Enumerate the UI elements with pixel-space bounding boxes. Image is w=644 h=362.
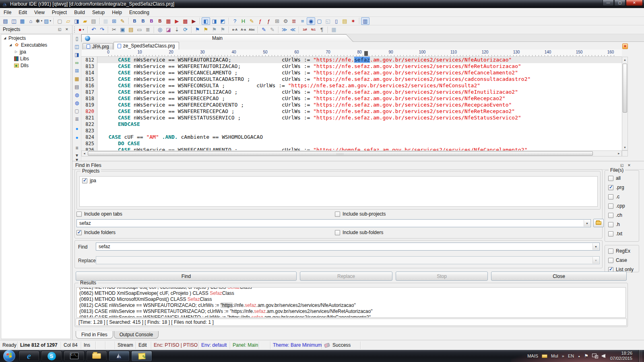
dock-float-icon[interactable]: ◱ [57, 27, 62, 32]
toolbar-grip[interactable] [74, 27, 76, 33]
globe-2-icon[interactable]: ◍ [73, 99, 80, 107]
rebuild-icon[interactable]: ▩ [181, 17, 190, 25]
layout-1-icon[interactable]: ◧ [202, 17, 210, 25]
bookmark-1-icon[interactable]: ⚑ [193, 26, 202, 33]
minimize-button[interactable]: — [603, 0, 614, 6]
list-icon[interactable]: ≡ [298, 17, 307, 25]
file-tab-ze_SpedSefazClass.prg[interactable]: ze_SpedSefazClass.prg [114, 42, 179, 49]
find-input[interactable]: sefaz ▼ [96, 243, 600, 251]
include-open-tabs-checkbox[interactable]: Include open tabs [76, 211, 122, 217]
maximize-button[interactable]: ▢ [614, 0, 625, 6]
browse-folder-button[interactable] [593, 219, 604, 227]
copy-icon[interactable]: ▣ [118, 26, 127, 33]
uncomment-icon[interactable]: ✎ [268, 26, 277, 33]
column-select-icon[interactable]: ▭ [135, 26, 144, 33]
list-icon[interactable]: ≣ [73, 115, 80, 123]
to-number-icon[interactable]: 1⇄ [301, 26, 309, 33]
print-icon[interactable]: ▤ [89, 17, 98, 25]
project-window-icon[interactable]: ▦ [18, 17, 27, 25]
uppercase-icon[interactable]: a·A [231, 26, 239, 33]
layout-2-icon[interactable]: ◨ [210, 17, 219, 25]
tree-item-jpa[interactable]: ▷jpa [1, 48, 70, 55]
taskbar-harbour-button[interactable] [109, 351, 130, 362]
function-info-icon[interactable]: ƒ [264, 17, 273, 25]
main-tab[interactable]: Main [81, 34, 353, 42]
table-icon[interactable]: ⊞ [73, 67, 80, 74]
panel-tab-output-console[interactable]: Output Console [114, 331, 159, 339]
build-io-1-icon[interactable]: B [130, 17, 139, 25]
scroll-right-icon[interactable]: ► [616, 151, 621, 156]
filetype-check-cpp[interactable]: .cpp [608, 203, 638, 209]
save-project-icon[interactable]: ◫ [10, 17, 18, 25]
compile-run-icon[interactable]: ▶ [173, 17, 181, 25]
box-icon[interactable]: ▢ [73, 107, 80, 115]
clock[interactable]: 18:26 07/02/2015 [610, 351, 632, 361]
taskbar-explorer-button[interactable] [86, 351, 107, 362]
grid-icon[interactable]: ▦ [101, 17, 110, 25]
sphere-1-icon[interactable]: ● [73, 125, 80, 132]
redo-icon[interactable]: ↷ [98, 26, 106, 33]
bookmark-4-icon[interactable]: ⚑ [219, 26, 227, 33]
scroll-down-icon[interactable]: ▼ [622, 145, 627, 150]
window-2-icon[interactable]: ◱ [324, 17, 332, 25]
chevron-down-icon[interactable]: ▼ [584, 220, 590, 226]
properties-icon[interactable]: ⊞ [273, 17, 281, 25]
taskbar-skype-button[interactable]: S [41, 351, 62, 362]
bookmark-2-icon[interactable]: ⚑ [202, 26, 210, 33]
document-icon[interactable]: ▯ [332, 17, 341, 25]
scroll-up-icon[interactable]: ▲ [622, 57, 627, 62]
new-file-icon[interactable]: ▢ [56, 17, 64, 25]
checkbox[interactable] [335, 212, 340, 217]
grid-view-icon[interactable]: ▦ [330, 26, 338, 33]
link-icon[interactable]: ∞ [73, 59, 80, 66]
compile-icon[interactable]: ▦ [164, 17, 173, 25]
close-button[interactable]: ✕ [626, 0, 643, 6]
sort-icon[interactable]: ≣ [290, 17, 298, 25]
invert-case-icon[interactable]: Abc [248, 26, 256, 33]
checkbox[interactable] [335, 230, 340, 235]
launch-icon[interactable]: ✱▼ [35, 17, 43, 25]
checkbox[interactable] [608, 204, 613, 209]
indent-icon[interactable]: ≫ [280, 26, 289, 33]
filetype-check-all[interactable]: all [608, 175, 638, 181]
include-sub-folders-checkbox[interactable]: Include sub-folders [335, 230, 383, 235]
filetype-check-h[interactable]: .h [608, 222, 638, 227]
settings-gear-icon[interactable]: ⚙ [281, 17, 290, 25]
file-tab-JPA.prg[interactable]: JPA.prg [83, 43, 113, 49]
checkbox[interactable] [608, 185, 613, 190]
menu-icon[interactable]: ≡ [73, 144, 80, 152]
tray-folder-icon[interactable] [542, 354, 547, 358]
folder-combo[interactable]: sefaz ▼ [76, 219, 591, 227]
project-checklist[interactable]: jpa [79, 176, 598, 207]
debug-icon[interactable]: ✶ [349, 17, 357, 25]
calendar-icon[interactable]: ▦ [73, 75, 80, 82]
cut-icon[interactable]: ✂ [110, 26, 118, 33]
menu-item-edit[interactable]: Edit [15, 8, 31, 16]
hscroll-thumb[interactable]: ∷∷∷ [88, 151, 593, 156]
results-list[interactable]: (0622) METHOD XmlSoapPost( cUF, cCertifi… [76, 287, 626, 318]
start-button[interactable] [3, 350, 15, 362]
find-button[interactable]: Find [76, 272, 297, 281]
result-row[interactable]: (0691) METHOD MicrosoftXmlSoapPost() CLA… [79, 296, 625, 302]
checkbox[interactable] [82, 178, 87, 183]
split-view-icon[interactable]: ◫ [73, 43, 80, 50]
include-folders-checkbox[interactable]: Include folders [76, 230, 116, 235]
build-io-2-icon[interactable]: B [139, 17, 147, 25]
home-icon[interactable]: ⌂ [27, 17, 35, 25]
filetype-check-txt[interactable]: .txt [608, 231, 638, 237]
save-as-icon[interactable]: ▰ [81, 17, 89, 25]
checkbox[interactable] [76, 230, 82, 235]
open-project-icon[interactable]: ▤ [1, 17, 10, 25]
result-row[interactable]: (0814) CASE nWsService == WSNFECANCELAME… [79, 315, 625, 318]
panel-toggle-icon[interactable]: ▥ [361, 17, 369, 25]
tree-item-libs[interactable]: Libs [1, 55, 70, 62]
hidden-icons-arrow-icon[interactable]: ▲ [578, 355, 580, 358]
paste-icon[interactable]: ▤ [127, 26, 135, 33]
tray-chevron-icon[interactable]: » [562, 354, 564, 358]
unindent-icon[interactable]: ≪ [289, 26, 297, 33]
checkbox[interactable] [608, 194, 613, 200]
replace-button[interactable]: Replace [300, 272, 392, 281]
menu-item-encoding[interactable]: Encoding [126, 8, 153, 16]
project-check-jpa[interactable]: jpa [82, 178, 96, 183]
build-ppo-icon[interactable]: B [147, 17, 156, 25]
